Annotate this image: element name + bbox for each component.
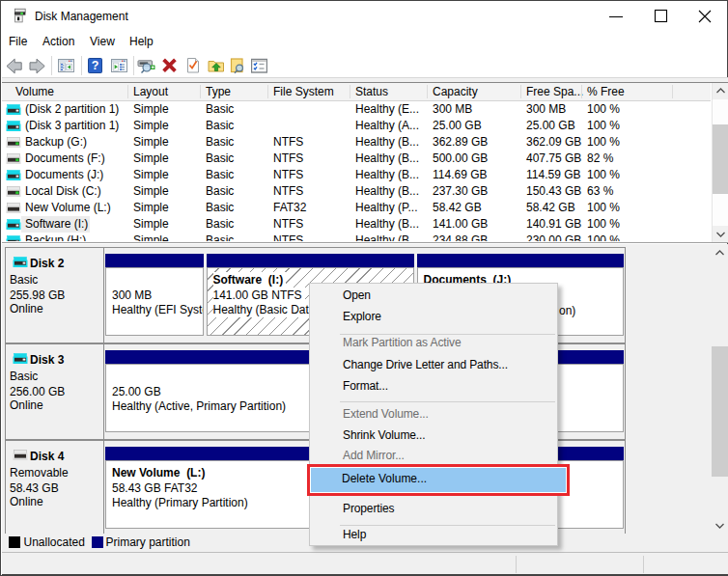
svg-text:?: ? — [92, 59, 99, 72]
